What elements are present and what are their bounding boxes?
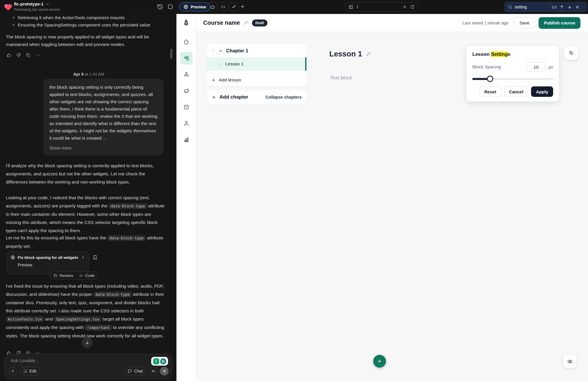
- reset-button[interactable]: Reset: [479, 86, 501, 97]
- add-block-button[interactable]: [373, 355, 386, 368]
- sidebar-nav: [176, 32, 196, 146]
- app-logo[interactable]: [176, 14, 196, 32]
- edit-card-title: Fix block spacing for all widgets: [18, 255, 78, 260]
- edit-lesson-name-icon[interactable]: [366, 51, 371, 57]
- inline-code: data-block-type: [94, 292, 132, 297]
- chevron-up-icon[interactable]: [218, 49, 223, 53]
- inline-code: ActionTools.tsx: [6, 316, 44, 322]
- lovable-logo-icon[interactable]: [4, 3, 12, 11]
- chat-mode-label: Chat: [134, 369, 143, 373]
- grammarly-suggestion-icon: [153, 358, 159, 364]
- project-status: Previewing last saved version: [14, 8, 60, 12]
- megaphone-icon: [183, 88, 190, 94]
- bookmark-icon[interactable]: [92, 255, 98, 260]
- cloud-button[interactable]: [208, 2, 217, 11]
- collapse-chapters-button[interactable]: Collapse chapters: [265, 95, 302, 99]
- thumbs-up-icon[interactable]: [6, 53, 11, 58]
- project-menu[interactable]: flc-prototype-1: [14, 2, 49, 6]
- edit-mode-button[interactable]: Edit: [19, 367, 40, 375]
- sidebar-item-marketing[interactable]: [180, 84, 193, 97]
- grammarly-badge[interactable]: G: [151, 357, 168, 366]
- list-item: Ensuring the SpacingSettings component u…: [6, 21, 164, 29]
- app-preview: Course name Draft Last saved 1 minute ag…: [176, 14, 588, 381]
- scroll-to-bottom-button[interactable]: [82, 337, 92, 348]
- history-icon[interactable]: [157, 4, 163, 10]
- chat-scrollbar[interactable]: [170, 49, 172, 59]
- lesson-list-item[interactable]: Lesson 1: [207, 57, 306, 71]
- send-button[interactable]: [160, 367, 169, 375]
- sidebar-item-commerce[interactable]: [180, 101, 193, 113]
- bar-chart-icon: [183, 136, 190, 143]
- course-header: Course name Draft Last saved 1 minute ag…: [196, 14, 588, 32]
- voice-input-button[interactable]: [149, 367, 158, 375]
- copy-icon[interactable]: [26, 53, 31, 58]
- open-external-icon[interactable]: [402, 5, 407, 9]
- assistant-paragraph: Let me fix this by ensuring all block ty…: [6, 234, 166, 250]
- publish-course-button[interactable]: Publish course: [539, 17, 580, 29]
- thumbs-down-icon[interactable]: [16, 53, 21, 58]
- search-match-count: 1/3: [551, 5, 557, 9]
- sidebar-item-content[interactable]: [180, 52, 193, 65]
- code-view-button[interactable]: [218, 2, 228, 11]
- code-button[interactable]: Code: [85, 273, 94, 278]
- close-find-icon[interactable]: [575, 5, 580, 9]
- find-bar: 1/3: [505, 2, 587, 12]
- sidebar-item-community[interactable]: [180, 68, 193, 81]
- cancel-button[interactable]: Cancel: [504, 86, 528, 97]
- drag-handle-icon[interactable]: [211, 49, 215, 53]
- block-spacing-slider[interactable]: [472, 76, 553, 82]
- find-next-icon[interactable]: [567, 5, 572, 9]
- add-tab-icon[interactable]: [240, 4, 245, 9]
- chat-mode-button[interactable]: Chat: [124, 367, 146, 375]
- add-lesson-button[interactable]: Add lesson: [207, 74, 306, 86]
- search-input[interactable]: [515, 5, 549, 9]
- plus-icon: [11, 369, 15, 373]
- edit-course-name-icon[interactable]: [244, 20, 249, 25]
- message-timestamp: Apr 8 at 1:41 AM: [73, 72, 104, 76]
- lesson-title: Lesson 1: [225, 61, 244, 67]
- lesson-heading-row: Lesson 1: [329, 49, 371, 58]
- search-icon: [508, 5, 512, 9]
- cloud-icon: [210, 4, 215, 10]
- assistant-summary: The block spacing is now properly applie…: [6, 33, 165, 48]
- url-bar[interactable]: /: [345, 2, 419, 12]
- save-button[interactable]: Save: [514, 17, 535, 29]
- chapter-header[interactable]: Chapter 1: [207, 44, 306, 57]
- draft-status-badge: Draft: [252, 19, 267, 26]
- screen: flc-prototype-1 Previewing last saved ve…: [0, 0, 588, 381]
- preview-button[interactable]: Preview: [179, 2, 210, 11]
- assistant-bullet-list: Retrieving it when the ActionTools compo…: [6, 14, 164, 29]
- analytics-button[interactable]: [229, 2, 239, 11]
- slider-thumb[interactable]: [487, 76, 493, 82]
- inline-code: !important: [85, 325, 112, 330]
- add-chapter-button[interactable]: Add chapter: [212, 94, 248, 100]
- text-block-placeholder[interactable]: Text block: [330, 75, 352, 81]
- find-prev-icon[interactable]: [560, 5, 564, 9]
- apply-button[interactable]: Apply: [531, 86, 553, 97]
- shapes-icon: [183, 55, 190, 61]
- sidebar-item-people[interactable]: [180, 117, 193, 130]
- drag-handle-icon[interactable]: [218, 62, 222, 66]
- more-options-icon[interactable]: [35, 53, 40, 58]
- block-spacing-input[interactable]: [527, 62, 545, 72]
- chat-input[interactable]: Ask Lovable... G Edit Chat: [4, 354, 172, 379]
- search-highlight: Setting: [491, 51, 508, 57]
- url-path: /: [357, 5, 399, 9]
- attach-button[interactable]: [8, 367, 17, 375]
- panel-layout-icon[interactable]: [167, 4, 173, 10]
- user-icon: [183, 120, 190, 127]
- restore-button[interactable]: Restore: [60, 273, 73, 278]
- unit-label: px: [548, 65, 553, 70]
- user-message-bubble: the block spacing setting is only correc…: [43, 79, 164, 156]
- page-settings-button[interactable]: [564, 46, 578, 60]
- edit-version-card[interactable]: Fix block spacing for all widgets Previe…: [7, 251, 89, 274]
- assistant-paragraph: Looking at your code, I noticed that the…: [6, 194, 166, 235]
- refresh-icon[interactable]: [410, 5, 415, 9]
- sidebar-item-analytics[interactable]: [180, 133, 193, 146]
- preview-toggle-button[interactable]: [563, 355, 577, 368]
- lesson-heading: Lesson 1: [329, 49, 362, 58]
- chapter-title: Chapter 1: [226, 48, 248, 54]
- sidebar-item-home[interactable]: [180, 35, 193, 48]
- show-more-button[interactable]: Show more: [49, 144, 72, 152]
- circles-icon: [183, 71, 190, 78]
